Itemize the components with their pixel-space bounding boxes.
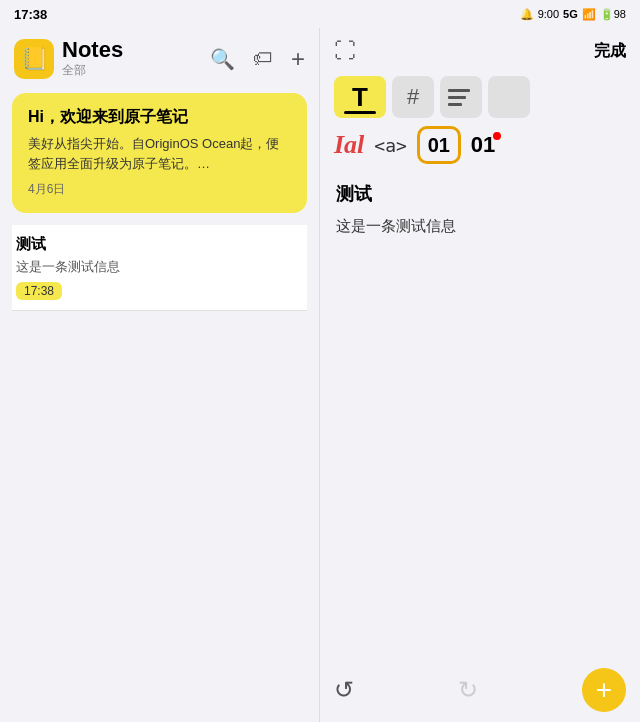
format-code-button[interactable]: <a>: [374, 135, 407, 156]
notes-list: Hi，欢迎来到原子笔记 美好从指尖开始。自OriginOS Ocean起，便签应…: [0, 85, 319, 722]
app-title-block: Notes 全部: [62, 38, 123, 79]
note-content-title: 测试: [336, 182, 624, 206]
status-time: 17:38: [14, 7, 47, 22]
app-subtitle: 全部: [62, 62, 123, 79]
app-identity: 📒 Notes 全部: [14, 38, 123, 79]
note-title-test: 测试: [16, 235, 303, 254]
app-title: Notes: [62, 38, 123, 62]
redo-button[interactable]: ↻: [458, 676, 478, 704]
red-dot-icon: [493, 132, 501, 140]
circled-label: 01: [428, 134, 450, 157]
signal-text: 9:00: [538, 8, 559, 20]
tag-button[interactable]: 🏷: [253, 47, 273, 70]
add-fab-button[interactable]: +: [582, 668, 626, 712]
right-action-bar: ↺ ↻ +: [320, 660, 640, 722]
list-line-3: [448, 103, 462, 106]
note-title-welcome: Hi，欢迎来到原子笔记: [28, 107, 291, 128]
format-dot-button[interactable]: 01: [471, 132, 495, 158]
note-time-badge: 17:38: [16, 282, 62, 300]
status-icons: 🔔 9:00 5G 📶 🔋98: [520, 8, 626, 21]
wifi-icon: 📶: [582, 8, 596, 21]
note-card-test[interactable]: 测试 这是一条测试信息 17:38: [12, 225, 307, 311]
undo-button[interactable]: ↺: [334, 676, 354, 704]
dot-label: 01: [471, 132, 495, 158]
right-header: ⛶ 完成: [320, 28, 640, 70]
note-date-welcome: 4月6日: [28, 181, 291, 198]
format-heading-button[interactable]: #: [392, 76, 434, 118]
right-panel: ⛶ 完成 T #: [320, 28, 640, 722]
format-toolbar-row2: Ial <a> 01 01: [320, 122, 640, 172]
format-toolbar-row1: T #: [320, 70, 640, 122]
left-panel: 📒 Notes 全部 🔍 🏷 + Hi，欢迎来到原子笔记 美好从指尖开始。自Or…: [0, 28, 320, 722]
note-content-body: 这是一条测试信息: [336, 214, 624, 238]
format-italic-button[interactable]: Ial: [334, 130, 364, 160]
battery-icon: 🔔: [520, 8, 534, 21]
main-layout: 📒 Notes 全部 🔍 🏷 + Hi，欢迎来到原子笔记 美好从指尖开始。自Or…: [0, 28, 640, 722]
note-card-welcome[interactable]: Hi，欢迎来到原子笔记 美好从指尖开始。自OriginOS Ocean起，便签应…: [12, 93, 307, 213]
format-circled-button[interactable]: 01: [417, 126, 461, 164]
note-body-test: 这是一条测试信息: [16, 258, 303, 276]
hash-icon: #: [407, 84, 419, 110]
add-note-button[interactable]: +: [291, 45, 305, 73]
format-text-button[interactable]: T: [334, 76, 386, 118]
search-button[interactable]: 🔍: [210, 47, 235, 71]
underline-indicator: [344, 111, 376, 114]
note-body-welcome: 美好从指尖开始。自OriginOS Ocean起，便签应用全面升级为原子笔记。…: [28, 134, 291, 173]
note-content-area[interactable]: 测试 这是一条测试信息: [320, 172, 640, 660]
app-icon: 📒: [14, 39, 54, 79]
format-list-button[interactable]: [440, 76, 482, 118]
left-header-icons: 🔍 🏷 +: [210, 45, 305, 73]
expand-button[interactable]: ⛶: [334, 38, 356, 64]
left-header: 📒 Notes 全部 🔍 🏷 +: [0, 28, 319, 85]
list-line-2: [448, 96, 466, 99]
format-table-button[interactable]: [488, 76, 530, 118]
format-T-label: T: [352, 82, 368, 113]
5g-icon: 5G: [563, 8, 578, 20]
list-line-1: [448, 89, 470, 92]
done-button[interactable]: 完成: [594, 41, 626, 62]
status-bar: 17:38 🔔 9:00 5G 📶 🔋98: [0, 0, 640, 28]
battery-status: 🔋98: [600, 8, 626, 21]
